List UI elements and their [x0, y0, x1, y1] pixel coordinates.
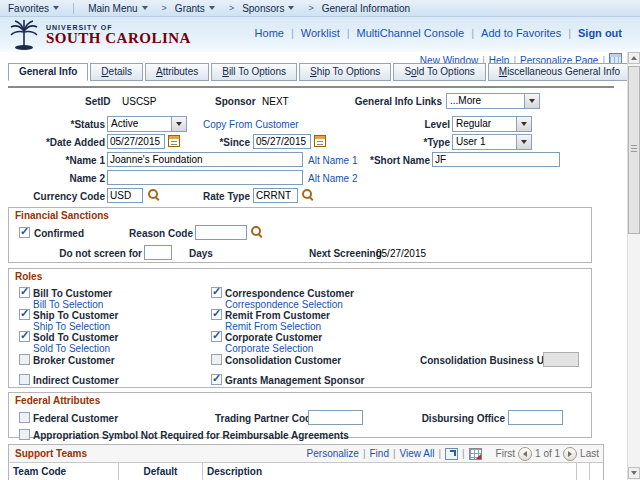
view-all-link[interactable]: View All — [400, 448, 435, 459]
grants-management-sponsor-label: Grants Management Sponsor — [225, 375, 364, 386]
grid-toolbar: Personalize | Find | View All | | First … — [307, 447, 599, 461]
indirect-customer-checkbox[interactable] — [19, 374, 30, 385]
tab-sold-to-options[interactable]: Sold To Options — [393, 63, 485, 81]
correspondence-customer-checkbox[interactable] — [211, 287, 222, 298]
breadcrumb-label: Main Menu — [88, 3, 137, 14]
personalize-link[interactable]: Personalize — [307, 448, 359, 459]
consolidation-customer-checkbox[interactable] — [211, 354, 222, 365]
column-header-description: Description — [203, 463, 577, 480]
corporate-customer-checkbox[interactable] — [211, 331, 222, 342]
bill-to-selection-link[interactable]: Bill To Selection — [33, 299, 103, 310]
currency-code-input[interactable] — [107, 188, 143, 203]
chevron-down-icon — [53, 6, 59, 10]
download-grid-icon[interactable] — [469, 448, 482, 460]
broker-customer-checkbox[interactable] — [19, 354, 30, 365]
breadcrumb-separator: > — [229, 3, 234, 13]
bill-to-customer-checkbox[interactable] — [19, 287, 30, 298]
correspondence-selection-link[interactable]: Correspondence Selection — [225, 299, 343, 310]
calendar-icon[interactable] — [168, 135, 180, 147]
breadcrumb-favorites[interactable]: Favorites — [8, 3, 59, 14]
status-select[interactable]: Active — [107, 116, 187, 132]
tab-miscellaneous-general-info[interactable]: Miscellaneous General Info — [488, 63, 631, 81]
name2-input[interactable] — [107, 170, 303, 185]
next-screening-label: Next Screening — [309, 248, 382, 259]
scrollbar-thumb[interactable] — [628, 66, 640, 234]
short-name-input[interactable] — [432, 152, 560, 167]
dropdown-arrow-icon[interactable] — [516, 135, 531, 149]
lookup-icon[interactable] — [251, 226, 264, 239]
appropriation-symbol-checkbox[interactable] — [19, 429, 30, 440]
rate-type-input[interactable] — [253, 188, 298, 203]
grants-management-sponsor-checkbox[interactable] — [211, 374, 222, 385]
alt-name2-link[interactable]: Alt Name 2 — [308, 173, 357, 184]
tab-bill-to-options[interactable]: Bill To Options — [211, 63, 297, 81]
reason-code-label: Reason Code — [103, 228, 193, 239]
dropdown-arrow-icon[interactable] — [171, 117, 186, 131]
calendar-icon[interactable] — [314, 135, 326, 147]
ship-to-selection-link[interactable]: Ship To Selection — [33, 321, 110, 332]
roles-title: Roles — [15, 271, 42, 282]
tab-general-info[interactable]: General Info — [8, 63, 88, 81]
next-row-icon[interactable] — [563, 447, 577, 461]
row-position-indicator: 1 of 1 — [535, 448, 560, 459]
disbursing-office-input[interactable] — [508, 410, 563, 425]
ship-to-customer-checkbox[interactable] — [19, 309, 30, 320]
tab-details[interactable]: Details — [90, 63, 143, 81]
trading-partner-code-label: Trading Partner Code — [215, 413, 305, 424]
column-header-default: Default — [119, 463, 203, 480]
federal-attributes-section: Federal Attributes Federal Customer Trad… — [8, 392, 592, 438]
name1-input[interactable] — [107, 152, 303, 167]
previous-row-icon[interactable] — [518, 447, 532, 461]
link-separator: | — [471, 27, 474, 39]
general-info-links-select[interactable]: ...More — [446, 93, 540, 109]
setid-label: SetID — [85, 96, 111, 107]
type-select[interactable]: User 1 — [452, 134, 532, 150]
sign-out-link[interactable]: Sign out — [578, 27, 622, 39]
home-link[interactable]: Home — [255, 27, 284, 39]
tab-attributes[interactable]: Attributes — [145, 63, 209, 81]
sponsor-value: NEXT — [262, 96, 289, 107]
roles-section: Roles Bill To Customer Bill To Selection… — [8, 268, 592, 388]
level-select[interactable]: Regular — [452, 116, 532, 132]
reason-code-input[interactable] — [195, 225, 247, 240]
consolidation-business-unit-input — [543, 352, 579, 367]
vertical-scrollbar[interactable] — [627, 52, 640, 480]
trading-partner-code-input[interactable] — [308, 410, 363, 425]
sold-to-customer-checkbox[interactable] — [19, 331, 30, 342]
dropdown-arrow-icon[interactable] — [516, 117, 531, 131]
breadcrumb-label: Favorites — [8, 3, 49, 14]
consolidation-customer-label: Consolidation Customer — [225, 355, 341, 366]
lookup-icon[interactable] — [302, 189, 315, 202]
short-name-label: *Short Name — [330, 155, 430, 166]
lookup-icon[interactable] — [148, 189, 161, 202]
bill-to-customer-label: Bill To Customer — [33, 288, 112, 299]
scroll-down-icon[interactable] — [628, 467, 640, 479]
scroll-up-icon[interactable] — [628, 52, 640, 64]
date-added-input[interactable] — [107, 134, 165, 149]
multichannel-console-link[interactable]: MultiChannel Console — [357, 27, 465, 39]
remit-from-customer-checkbox[interactable] — [211, 309, 222, 320]
support-teams-section: Support Teams Personalize | Find | View … — [8, 444, 604, 480]
dropdown-arrow-icon[interactable] — [524, 94, 539, 108]
corporate-selection-link[interactable]: Corporate Selection — [225, 343, 313, 354]
breadcrumb-grants[interactable]: Grants — [175, 3, 215, 14]
column-header-blank — [590, 463, 603, 480]
federal-customer-checkbox[interactable] — [19, 412, 30, 423]
sold-to-selection-link[interactable]: Sold To Selection — [33, 343, 110, 354]
zoom-grid-icon[interactable] — [445, 448, 458, 460]
broker-customer-label: Broker Customer — [33, 355, 115, 366]
breadcrumb-main-menu[interactable]: Main Menu — [88, 3, 147, 14]
remit-from-selection-link[interactable]: Remit From Selection — [225, 321, 321, 332]
worklist-link[interactable]: Worklist — [301, 27, 340, 39]
copy-from-customer-link[interactable]: Copy From Customer — [203, 119, 299, 130]
find-link[interactable]: Find — [369, 448, 388, 459]
tab-ship-to-options[interactable]: Ship To Options — [299, 63, 391, 81]
support-teams-title: Support Teams — [15, 448, 87, 459]
link-separator: | — [568, 27, 571, 39]
name2-label: Name 2 — [5, 173, 105, 184]
breadcrumb-sponsors[interactable]: Sponsors — [242, 3, 294, 14]
do-not-screen-input[interactable] — [144, 245, 172, 260]
confirmed-checkbox[interactable] — [19, 227, 30, 238]
since-input[interactable] — [253, 134, 311, 149]
add-to-favorites-link[interactable]: Add to Favorites — [481, 27, 561, 39]
